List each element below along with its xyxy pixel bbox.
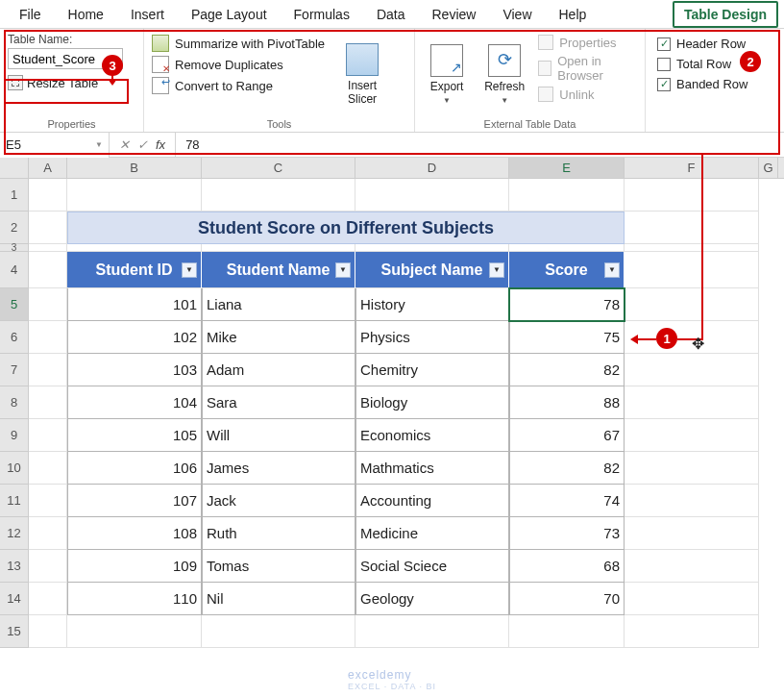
cell[interactable] <box>625 212 759 244</box>
refresh-button[interactable]: Refresh ▼ <box>480 33 528 116</box>
col-header-d[interactable]: D <box>355 158 509 178</box>
cell[interactable] <box>67 179 202 212</box>
cell[interactable] <box>29 354 67 386</box>
cell[interactable] <box>202 244 355 252</box>
cell[interactable] <box>355 615 509 648</box>
cell-score[interactable]: 73 <box>509 517 625 550</box>
cell[interactable] <box>29 244 67 252</box>
table-header-cell[interactable]: Score▼ <box>509 252 625 288</box>
header-row-checkbox[interactable]: ✓Header Row <box>657 37 772 51</box>
summarize-pivot-button[interactable]: Summarize with PivotTable <box>152 35 325 52</box>
banded-row-checkbox[interactable]: ✓Banded Row <box>657 77 772 91</box>
cell[interactable] <box>67 244 202 252</box>
cell[interactable] <box>625 288 759 321</box>
cell-student-id[interactable]: 103 <box>67 354 202 386</box>
cell[interactable] <box>625 419 759 452</box>
convert-range-button[interactable]: Convert to Range <box>152 77 325 94</box>
row-header[interactable]: 9 <box>0 419 29 452</box>
cell-score[interactable]: 78 <box>509 288 625 321</box>
row-header[interactable]: 1 <box>0 179 29 212</box>
cell[interactable] <box>29 321 67 354</box>
row-header[interactable]: 4 <box>0 252 29 288</box>
cell[interactable] <box>625 252 759 288</box>
cell-student-name[interactable]: Sara <box>202 386 355 419</box>
cell[interactable] <box>29 288 67 321</box>
cell-student-name[interactable]: Adam <box>202 354 355 386</box>
cell-student-id[interactable]: 109 <box>67 550 202 583</box>
filter-dropdown-icon[interactable]: ▼ <box>335 262 351 278</box>
cell-score[interactable]: 75 <box>509 321 625 354</box>
cell[interactable] <box>29 550 67 583</box>
cell-student-id[interactable]: 108 <box>67 517 202 550</box>
cell-student-id[interactable]: 107 <box>67 485 202 517</box>
cell[interactable] <box>625 354 759 386</box>
cell-student-name[interactable]: Ruth <box>202 517 355 550</box>
col-header-e[interactable]: E <box>509 158 625 178</box>
cell-subject-name[interactable]: Geology <box>355 583 509 615</box>
cell-student-id[interactable]: 110 <box>67 583 202 615</box>
cell[interactable] <box>29 386 67 419</box>
cell-score[interactable]: 82 <box>509 452 625 485</box>
table-header-cell[interactable]: Subject Name▼ <box>355 252 509 288</box>
cell-subject-name[interactable]: History <box>355 288 509 321</box>
tab-table-design[interactable]: Table Design <box>673 1 778 28</box>
cell[interactable] <box>625 550 759 583</box>
cell[interactable] <box>625 615 759 648</box>
cell[interactable] <box>625 517 759 550</box>
col-header-f[interactable]: F <box>625 158 759 178</box>
cell[interactable] <box>202 179 355 212</box>
row-header[interactable]: 5 <box>0 288 29 321</box>
cell[interactable] <box>625 244 759 252</box>
export-button[interactable]: Export ▼ <box>423 33 471 116</box>
cell[interactable] <box>509 615 625 648</box>
cell-subject-name[interactable]: Medicine <box>355 517 509 550</box>
col-header-g[interactable]: G <box>759 158 778 178</box>
cell-student-name[interactable]: Jack <box>202 485 355 517</box>
cell[interactable] <box>625 386 759 419</box>
resize-table-button[interactable]: Resize Table <box>8 75 123 90</box>
tab-review[interactable]: Review <box>419 1 490 28</box>
row-header[interactable]: 7 <box>0 354 29 386</box>
tab-formulas[interactable]: Formulas <box>281 1 363 28</box>
cell-student-id[interactable]: 101 <box>67 288 202 321</box>
col-header-b[interactable]: B <box>67 158 202 178</box>
row-header[interactable]: 8 <box>0 386 29 419</box>
cell-student-name[interactable]: Will <box>202 419 355 452</box>
cell[interactable] <box>67 615 202 648</box>
cell[interactable] <box>202 615 355 648</box>
cell-student-id[interactable]: 102 <box>67 321 202 354</box>
formula-input[interactable]: 78 <box>176 137 784 152</box>
row-header[interactable]: 6 <box>0 321 29 354</box>
cell-subject-name[interactable]: Social Sciece <box>355 550 509 583</box>
cell[interactable] <box>625 485 759 517</box>
col-header-c[interactable]: C <box>202 158 355 178</box>
cell[interactable] <box>355 179 509 212</box>
cell[interactable] <box>29 252 67 288</box>
name-box[interactable]: E5▼ <box>0 133 110 158</box>
tab-insert[interactable]: Insert <box>117 1 178 28</box>
tab-home[interactable]: Home <box>55 1 117 28</box>
cell-subject-name[interactable]: Accounting <box>355 485 509 517</box>
cell-score[interactable]: 82 <box>509 354 625 386</box>
cell-student-name[interactable]: Tomas <box>202 550 355 583</box>
cell[interactable] <box>509 244 625 252</box>
cell-student-name[interactable]: Liana <box>202 288 355 321</box>
row-header[interactable]: 15 <box>0 615 29 648</box>
filter-dropdown-icon[interactable]: ▼ <box>604 262 620 278</box>
table-header-cell[interactable]: Student Name▼ <box>202 252 355 288</box>
row-header[interactable]: 10 <box>0 452 29 485</box>
cell-student-id[interactable]: 104 <box>67 386 202 419</box>
cell[interactable] <box>29 419 67 452</box>
cell-subject-name[interactable]: Biology <box>355 386 509 419</box>
remove-duplicates-button[interactable]: Remove Duplicates <box>152 56 325 73</box>
filter-dropdown-icon[interactable]: ▼ <box>489 262 504 278</box>
table-header-cell[interactable]: Student ID▼ <box>67 252 202 288</box>
tab-view[interactable]: View <box>489 1 545 28</box>
cell-student-name[interactable]: Nil <box>202 583 355 615</box>
cell-student-name[interactable]: Mike <box>202 321 355 354</box>
cell[interactable] <box>625 452 759 485</box>
cell[interactable] <box>29 583 67 615</box>
cell-score[interactable]: 70 <box>509 583 625 615</box>
cell-subject-name[interactable]: Economics <box>355 419 509 452</box>
cell-student-id[interactable]: 106 <box>67 452 202 485</box>
